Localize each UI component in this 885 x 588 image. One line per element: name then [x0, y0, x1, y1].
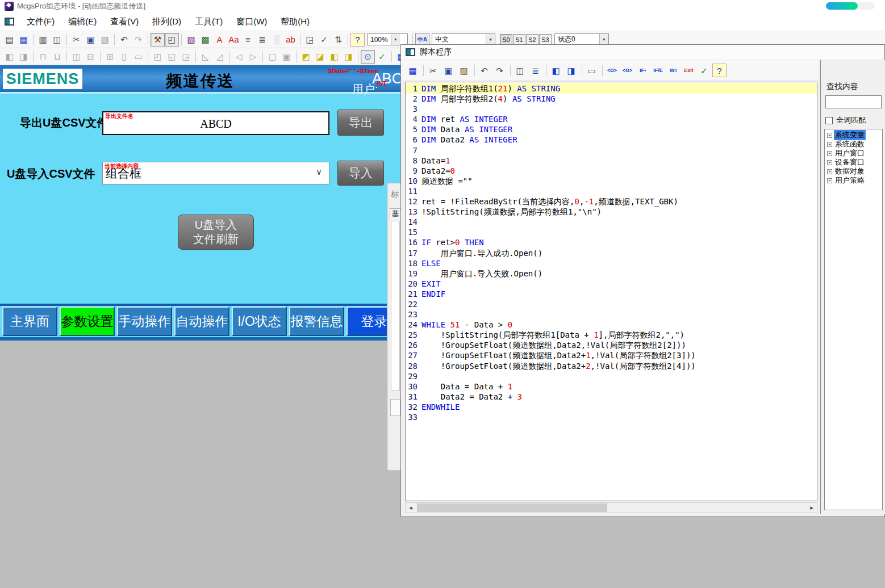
print-icon[interactable]: ▥: [36, 33, 50, 47]
code-line-1[interactable]: 1DIM 局部字符数组1(21) AS STRING: [406, 83, 817, 94]
code-line-28[interactable]: 28 !GroupSetFloat(频道数据组,Data2+2,!Val(局部字…: [406, 361, 817, 371]
copy-icon[interactable]: ▣: [84, 33, 98, 47]
paste-icon[interactable]: ▨: [457, 64, 471, 77]
state-button-s3[interactable]: S3: [539, 34, 552, 45]
menu-item-1[interactable]: 编辑(E): [61, 14, 103, 28]
insert-d-tag-icon[interactable]: <D>: [605, 64, 619, 77]
font-icon[interactable]: Aa: [227, 33, 241, 47]
align-paragraph-icon[interactable]: ≣: [255, 33, 269, 47]
code-line-12[interactable]: 12ret = !FileReadByStr(当前选择内容,0,-1,频道数据,…: [406, 196, 817, 207]
syntax-check-icon[interactable]: ✓: [317, 33, 331, 47]
scroll-right-icon[interactable]: ▸: [807, 503, 817, 513]
copy-icon[interactable]: ▣: [441, 64, 456, 77]
state-combo[interactable]: 状态0 ▼: [554, 33, 609, 45]
menu-item-0[interactable]: 文件(F): [20, 14, 61, 28]
export-script-icon[interactable]: ◧: [549, 64, 563, 77]
code-line-16[interactable]: 16IF ret>0 THEN: [406, 237, 817, 247]
text-label-icon[interactable]: ab: [283, 33, 298, 47]
cut-icon[interactable]: ✂: [426, 64, 440, 77]
menu-item-6[interactable]: 帮助(H): [274, 14, 316, 28]
nav-button-手动操作[interactable]: 手动操作: [117, 306, 172, 336]
state-button-s1[interactable]: S1: [513, 34, 525, 45]
tree-expand-icon[interactable]: +: [827, 142, 832, 147]
print-preview-icon[interactable]: ◫: [50, 33, 64, 47]
code-line-2[interactable]: 2DIM 局部字符数组2(4) AS STRING: [406, 94, 817, 104]
code-line-20[interactable]: 20EXIT: [406, 279, 817, 289]
tree-expand-icon[interactable]: +: [827, 151, 832, 156]
nav-button-主界面[interactable]: 主界面: [2, 306, 57, 336]
menu-item-5[interactable]: 窗口(W): [229, 14, 274, 28]
child-window-icon[interactable]: [5, 18, 14, 26]
tree-item-用户策略[interactable]: +用户策略: [825, 176, 882, 185]
flip-horizontal-icon[interactable]: ◁: [232, 50, 246, 64]
sort-icon[interactable]: ⇅: [331, 33, 345, 47]
align-left-icon[interactable]: ◧: [2, 50, 16, 64]
background-dialog-button[interactable]: [390, 399, 400, 416]
paste-icon[interactable]: ▨: [98, 33, 112, 47]
menu-item-4[interactable]: 工具(T): [188, 14, 229, 28]
syntax-check-icon[interactable]: ✓: [697, 64, 711, 77]
send-to-back-icon[interactable]: ◪: [313, 50, 327, 64]
redo-icon[interactable]: ↷: [492, 64, 507, 77]
code-line-14[interactable]: 14: [406, 217, 817, 227]
code-line-9[interactable]: 9Data2=0: [406, 166, 817, 176]
menu-item-3[interactable]: 排列(D): [145, 14, 188, 28]
undo-icon[interactable]: ↶: [477, 64, 491, 77]
insert-g-tag-icon[interactable]: <G>: [620, 64, 634, 77]
background-dialog-tab[interactable]: 基: [390, 208, 401, 220]
grid-show-icon[interactable]: ░: [269, 33, 283, 47]
space-vertical-icon[interactable]: ◲: [179, 50, 193, 64]
device-window-icon[interactable]: ▧: [184, 33, 198, 47]
code-line-7[interactable]: 7: [406, 145, 817, 156]
import-button[interactable]: 导入: [337, 161, 384, 186]
align-top-icon[interactable]: ⊓: [36, 50, 50, 64]
property-icon[interactable]: ◲: [303, 33, 317, 47]
format-icon[interactable]: ≣: [528, 64, 542, 77]
code-line-10[interactable]: 10频道数据 ="": [406, 176, 817, 186]
save-icon[interactable]: ▦: [16, 33, 31, 47]
flip-vertical-icon[interactable]: ▷: [246, 50, 260, 64]
save-icon[interactable]: ▦: [406, 64, 420, 77]
zoom-combo[interactable]: 100% ▼: [367, 33, 408, 45]
nav-button-报警信息[interactable]: 报警信息: [289, 306, 344, 336]
lock-icon[interactable]: ⊙: [361, 50, 375, 64]
code-line-30[interactable]: 30 Data = Data + 1: [406, 381, 817, 392]
code-line-24[interactable]: 24WHILE 51 - Data > 0: [406, 320, 817, 330]
redo-icon[interactable]: ↷: [131, 33, 145, 47]
nav-button-自动操作[interactable]: 自动操作: [174, 306, 229, 336]
user-window-icon[interactable]: ▩: [198, 33, 212, 47]
preview-icon[interactable]: ◫: [513, 64, 527, 77]
fill-color-icon[interactable]: ✓: [375, 50, 389, 64]
bring-to-front-icon[interactable]: ◩: [299, 50, 313, 64]
help-icon[interactable]: ?: [712, 64, 727, 77]
menu-item-2[interactable]: 查看(V): [103, 14, 145, 28]
nav-button-I/O状态[interactable]: I/O状态: [232, 306, 287, 336]
code-line-6[interactable]: 6DIM Data2 AS INTEGER: [406, 135, 817, 145]
tree-item-设备窗口[interactable]: +设备窗口: [825, 158, 882, 167]
same-height-icon[interactable]: ▯: [117, 50, 131, 64]
code-line-31[interactable]: 31 Data2 = Data2 + 3: [406, 392, 817, 402]
tree-item-系统函数[interactable]: +系统函数: [825, 140, 882, 149]
same-size-icon[interactable]: ⊞: [103, 50, 117, 64]
scrollbar-thumb[interactable]: [417, 503, 607, 512]
import-script-icon[interactable]: ◨: [564, 64, 578, 77]
code-line-17[interactable]: 17 用户窗口.导入成功.Open(): [406, 248, 817, 258]
script-code-editor[interactable]: 1DIM 局部字符数组1(21) AS STRING2DIM 局部字符数组2(4…: [405, 82, 817, 501]
rotate-left-icon[interactable]: ◺: [198, 50, 212, 64]
while-icon[interactable]: W≡: [666, 64, 681, 77]
bring-forward-icon[interactable]: ◧: [327, 50, 341, 64]
code-line-21[interactable]: 21ENDIF: [406, 289, 817, 299]
send-backward-icon[interactable]: ◨: [341, 50, 356, 64]
undo-icon[interactable]: ↶: [117, 33, 131, 47]
space-horizontal-icon[interactable]: ◱: [165, 50, 179, 64]
exit-icon[interactable]: Exit: [682, 64, 696, 77]
scroll-left-icon[interactable]: ◂: [406, 503, 416, 513]
nav-button-参数设置[interactable]: 参数设置: [60, 306, 115, 336]
if-else-icon[interactable]: IF/E: [651, 64, 665, 77]
group-icon[interactable]: ▢: [265, 50, 279, 64]
center-horizontal-icon[interactable]: ⊟: [84, 50, 98, 64]
align-text-icon[interactable]: ≡: [241, 33, 255, 47]
new-window-icon[interactable]: ▤: [2, 33, 16, 47]
ungroup-icon[interactable]: ▣: [279, 50, 294, 64]
window-toolbar-icon[interactable]: ◰: [165, 33, 179, 47]
